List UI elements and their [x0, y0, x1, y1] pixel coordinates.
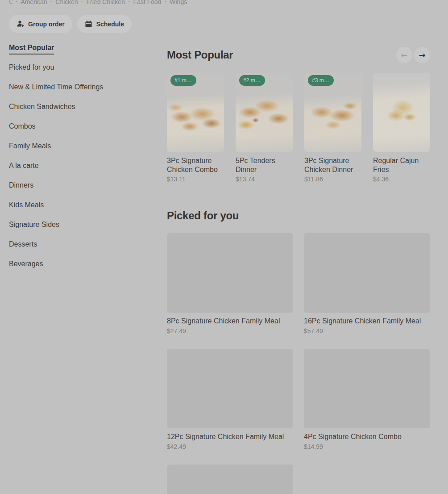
sidebar-item-kids-meals[interactable]: Kids Meals — [9, 201, 158, 221]
item-price: $42.49 — [167, 443, 293, 450]
menu-item-card-16pc-family-meal[interactable]: 16Pc Signature Chicken Family Meal $57.4… — [304, 233, 430, 335]
item-image: #1 m… — [167, 73, 224, 152]
carousel-nav: ← → — [396, 47, 430, 63]
item-price: $4.36 — [373, 176, 430, 183]
item-image-placeholder — [304, 233, 430, 313]
menu-item-card-4pc-signature-chicken-combo[interactable]: 4Pc Signature Chicken Combo $14.99 — [304, 349, 430, 450]
sidebar-item-picked-for-you[interactable]: Picked for you — [9, 63, 158, 83]
sidebar-item-dinners[interactable]: Dinners — [9, 181, 158, 201]
grid-spacer — [304, 465, 430, 494]
menu-item-card-8pc-family-meal[interactable]: 8Pc Signature Chicken Family Meal $27.49 — [167, 233, 293, 335]
sidebar-item-desserts[interactable]: Desserts — [9, 240, 158, 260]
menu-item-card-partial[interactable] — [167, 465, 293, 494]
carousel-prev-button[interactable]: ← — [396, 47, 412, 63]
sidebar-item-combos[interactable]: Combos — [9, 122, 158, 142]
menu-item-card-5pc-tenders-dinner[interactable]: #2 m… 5Pc Tenders Dinner $13.74 — [236, 73, 293, 183]
sidebar-item-signature-sides[interactable]: Signature Sides — [9, 221, 158, 240]
item-price: $13.11 — [167, 176, 224, 183]
sidebar-item-a-la-carte[interactable]: A la carte — [9, 162, 158, 181]
item-image-placeholder — [167, 465, 293, 494]
most-liked-badge: #3 m… — [308, 75, 334, 86]
breadcrumb-item[interactable]: Fried Chicken — [87, 0, 133, 5]
menu-item-card-3pc-signature-chicken-dinner[interactable]: #3 m… 3Pc Signature Chicken Dinner $11.8… — [304, 73, 361, 183]
restaurant-actions: Group order Schedule — [9, 15, 132, 33]
sidebar-item-new-limited-time-offerings[interactable]: New & Limited Time Offerings — [9, 83, 158, 103]
item-image: #3 m… — [304, 73, 361, 152]
item-name: 5Pc Tenders Dinner — [236, 156, 293, 174]
item-name: Regular Cajun Fries — [373, 156, 430, 174]
item-name: 3Pc Signature Chicken Dinner — [304, 156, 361, 174]
section-title-most-popular: Most Popular — [167, 49, 233, 61]
most-popular-header: Most Popular ← → — [167, 46, 430, 64]
group-order-button[interactable]: Group order — [9, 15, 72, 33]
item-image-placeholder — [304, 349, 430, 428]
schedule-label: Schedule — [96, 21, 124, 28]
breadcrumb: €AmericanChickenFried ChickenFast FoodWi… — [9, 0, 187, 6]
menu-content: Most Popular ← → #1 m… 3Pc Signature Chi… — [167, 46, 430, 494]
breadcrumb-price-range[interactable]: € — [9, 0, 21, 5]
sidebar-item-chicken-sandwiches[interactable]: Chicken Sandwiches — [9, 103, 158, 122]
carousel-next-button[interactable]: → — [414, 47, 430, 63]
item-price: $14.99 — [304, 443, 430, 450]
item-name: 12Pc Signature Chicken Family Meal — [167, 432, 293, 441]
most-liked-badge: #2 m… — [239, 75, 265, 86]
arrow-left-icon: ← — [401, 50, 407, 60]
item-name: 4Pc Signature Chicken Combo — [304, 432, 430, 441]
sidebar-item-most-popular[interactable]: Most Popular — [9, 44, 158, 63]
breadcrumb-item[interactable]: Fast Food — [133, 0, 170, 5]
item-image-placeholder — [167, 349, 293, 428]
breadcrumb-item[interactable]: Chicken — [55, 0, 86, 5]
item-image: #2 m… — [236, 73, 293, 152]
schedule-button[interactable]: Schedule — [77, 15, 132, 33]
person-plus-icon — [17, 20, 24, 28]
item-name: 16Pc Signature Chicken Family Meal — [304, 317, 430, 326]
sidebar-item-beverages[interactable]: Beverages — [9, 260, 158, 280]
item-image-placeholder — [167, 233, 293, 313]
item-image — [373, 73, 430, 152]
picked-for-you-grid: 8Pc Signature Chicken Family Meal $27.49… — [167, 233, 430, 494]
most-liked-badge: #1 m… — [170, 75, 196, 86]
section-title-picked-for-you: Picked for you — [167, 209, 430, 222]
sidebar-item-family-meals[interactable]: Family Meals — [9, 142, 158, 162]
item-price: $57.49 — [304, 327, 430, 335]
item-name: 3Pc Signature Chicken Combo — [167, 156, 224, 174]
arrow-right-icon: → — [419, 50, 425, 60]
item-price: $11.86 — [304, 176, 361, 183]
item-name: 8Pc Signature Chicken Family Meal — [167, 317, 293, 326]
group-order-label: Group order — [28, 21, 65, 28]
most-popular-carousel: #1 m… 3Pc Signature Chicken Combo $13.11… — [167, 73, 430, 183]
menu-item-card-3pc-signature-chicken-combo[interactable]: #1 m… 3Pc Signature Chicken Combo $13.11 — [167, 73, 224, 183]
menu-item-card-12pc-family-meal[interactable]: 12Pc Signature Chicken Family Meal $42.4… — [167, 349, 293, 450]
breadcrumb-item[interactable]: American — [21, 0, 55, 5]
menu-category-sidebar: Most Popular Picked for you New & Limite… — [9, 44, 158, 280]
menu-item-card-regular-cajun-fries[interactable]: Regular Cajun Fries $4.36 — [373, 73, 430, 183]
item-price: $13.74 — [236, 176, 293, 183]
item-price: $27.49 — [167, 327, 293, 335]
calendar-icon — [85, 20, 92, 28]
breadcrumb-item[interactable]: Wings — [170, 0, 187, 5]
